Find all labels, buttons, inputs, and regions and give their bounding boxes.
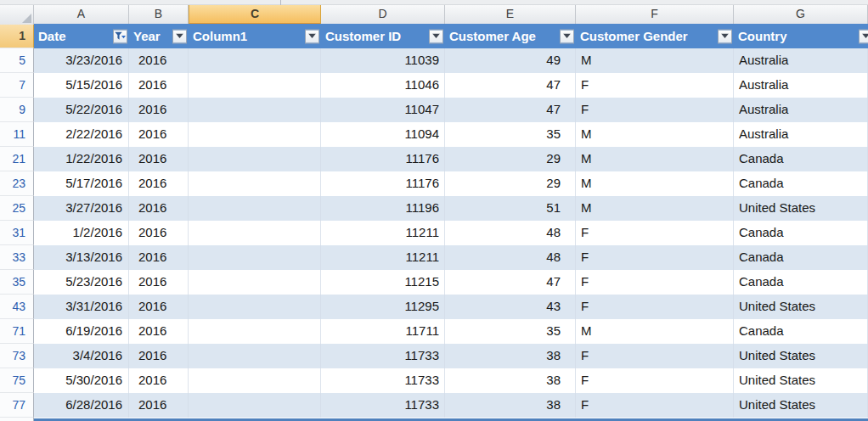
cell-customer-gender[interactable]: F (576, 393, 734, 418)
cell-year[interactable]: 2016 (129, 98, 189, 122)
row-header-1[interactable]: 1 (0, 24, 34, 48)
cell-customer-gender[interactable]: M (576, 196, 734, 221)
cell-customer-id[interactable]: 11295 (321, 295, 445, 319)
column-header-e[interactable]: E (445, 5, 576, 25)
cell-customer-gender[interactable]: M (576, 147, 734, 171)
cell-customer-age[interactable]: 38 (445, 368, 576, 393)
header-cell-customer-age[interactable]: Customer Age (445, 24, 576, 48)
cell-date[interactable]: 3/13/2016 (34, 245, 129, 270)
row-number[interactable]: 35 (0, 270, 34, 295)
row-number[interactable]: 71 (0, 319, 34, 344)
row-number[interactable]: 77 (0, 393, 34, 418)
cell-year[interactable]: 2016 (129, 48, 189, 73)
cell-year[interactable]: 2016 (129, 295, 189, 319)
cell-column1[interactable] (189, 295, 321, 319)
filter-dropdown-button-country[interactable] (859, 29, 868, 43)
cell-customer-gender[interactable]: F (576, 73, 734, 98)
cell-date[interactable]: 2/22/2016 (34, 122, 129, 147)
column-header-f[interactable]: F (576, 5, 734, 25)
cell-country[interactable]: Australia (734, 73, 868, 98)
row-number[interactable]: 43 (0, 295, 34, 319)
cell-customer-age[interactable]: 29 (445, 147, 576, 171)
cell-date[interactable]: 3/31/2016 (34, 295, 129, 319)
row-number[interactable]: 23 (0, 171, 34, 196)
cell-column1[interactable] (189, 344, 321, 368)
cell-year[interactable]: 2016 (129, 344, 189, 368)
cell-date[interactable]: 3/4/2016 (34, 344, 129, 368)
select-all-corner[interactable] (0, 5, 34, 25)
cell-customer-age[interactable]: 51 (445, 196, 576, 221)
cell-column1[interactable] (189, 196, 321, 221)
cell-customer-age[interactable]: 35 (445, 122, 576, 147)
cell-customer-gender[interactable]: F (576, 295, 734, 319)
cell-year[interactable]: 2016 (129, 368, 189, 393)
cell-customer-id[interactable]: 11215 (321, 270, 445, 295)
cell-country[interactable]: Canada (734, 270, 868, 295)
cell-column1[interactable] (189, 221, 321, 245)
cell-column1[interactable] (189, 122, 321, 147)
row-number[interactable]: 33 (0, 245, 34, 270)
cell-year[interactable]: 2016 (129, 196, 189, 221)
cell-country[interactable]: United States (734, 393, 868, 418)
cell-customer-id[interactable]: 11733 (321, 344, 445, 368)
cell-date[interactable]: 3/23/2016 (34, 48, 129, 73)
cell-date[interactable]: 1/2/2016 (34, 221, 129, 245)
row-number[interactable]: 7 (0, 73, 34, 98)
filter-dropdown-button-customer-id[interactable] (429, 29, 443, 43)
filter-applied-button[interactable] (113, 29, 127, 43)
row-number[interactable]: 31 (0, 221, 34, 245)
row-number[interactable]: 75 (0, 368, 34, 393)
cell-customer-gender[interactable]: M (576, 122, 734, 147)
cell-customer-age[interactable]: 47 (445, 73, 576, 98)
cell-customer-gender[interactable]: F (576, 270, 734, 295)
filter-dropdown-button-customer-age[interactable] (560, 29, 574, 43)
cell-customer-id[interactable]: 11211 (321, 221, 445, 245)
header-cell-customer-gender[interactable]: Customer Gender (576, 24, 734, 48)
cell-customer-age[interactable]: 49 (445, 48, 576, 73)
cell-customer-age[interactable]: 48 (445, 221, 576, 245)
cell-country[interactable]: Australia (734, 98, 868, 122)
cell-customer-age[interactable]: 47 (445, 98, 576, 122)
header-cell-date[interactable]: Date (34, 24, 129, 48)
cell-country[interactable]: United States (734, 368, 868, 393)
cell-customer-id[interactable]: 11094 (321, 122, 445, 147)
cell-customer-id[interactable]: 11047 (321, 98, 445, 122)
cell-column1[interactable] (189, 368, 321, 393)
cell-customer-id[interactable]: 11711 (321, 319, 445, 344)
cell-country[interactable]: Canada (734, 319, 868, 344)
cell-date[interactable]: 3/27/2016 (34, 196, 129, 221)
cell-country[interactable]: United States (734, 196, 868, 221)
cell-column1[interactable] (189, 171, 321, 196)
cell-customer-id[interactable]: 11176 (321, 171, 445, 196)
cell-column1[interactable] (189, 147, 321, 171)
cell-year[interactable]: 2016 (129, 73, 189, 98)
cell-date[interactable]: 6/28/2016 (34, 393, 129, 418)
column-header-a[interactable]: A (34, 5, 129, 25)
cell-customer-id[interactable]: 11046 (321, 73, 445, 98)
row-number[interactable]: 5 (0, 48, 34, 73)
row-number[interactable]: 11 (0, 122, 34, 147)
cell-date[interactable]: 5/30/2016 (34, 368, 129, 393)
cell-year[interactable]: 2016 (129, 319, 189, 344)
cell-column1[interactable] (189, 270, 321, 295)
cell-year[interactable]: 2016 (129, 221, 189, 245)
cell-column1[interactable] (189, 48, 321, 73)
row-number[interactable]: 9 (0, 98, 34, 122)
cell-customer-gender[interactable]: M (576, 319, 734, 344)
cell-date[interactable]: 5/23/2016 (34, 270, 129, 295)
filter-dropdown-button-column1[interactable] (305, 29, 319, 43)
cell-column1[interactable] (189, 245, 321, 270)
cell-country[interactable]: Canada (734, 245, 868, 270)
cell-customer-age[interactable]: 38 (445, 393, 576, 418)
cell-column1[interactable] (189, 98, 321, 122)
cell-column1[interactable] (189, 73, 321, 98)
cell-customer-id[interactable]: 11733 (321, 393, 445, 418)
cell-customer-gender[interactable]: F (576, 344, 734, 368)
cell-country[interactable]: United States (734, 344, 868, 368)
row-number[interactable]: 21 (0, 147, 34, 171)
cell-country[interactable]: Canada (734, 171, 868, 196)
filter-dropdown-button-year[interactable] (172, 29, 187, 43)
cell-country[interactable]: Australia (734, 122, 868, 147)
cell-column1[interactable] (189, 319, 321, 344)
cell-date[interactable]: 1/22/2016 (34, 147, 129, 171)
